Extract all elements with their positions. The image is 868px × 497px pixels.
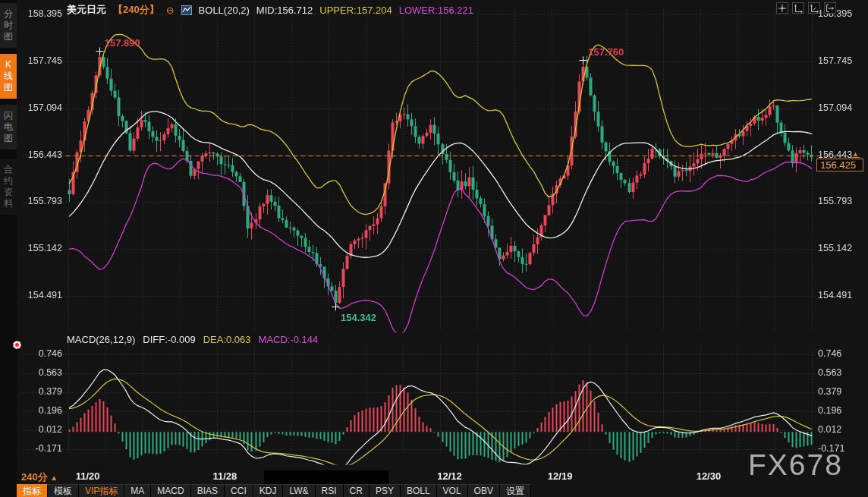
macd-axis-label-left: -0.171 <box>18 443 62 454</box>
tab-0-指标[interactable]: 指标 <box>17 484 48 497</box>
y-axis-label-left: 158.395 <box>18 8 62 19</box>
price-annotation: 157.760 <box>588 46 624 58</box>
period-selector[interactable]: 240分 ▲ <box>21 470 58 484</box>
y-axis-label-left: 157.094 <box>18 102 62 113</box>
sidebar-item-kline-chart[interactable]: K线图 <box>0 54 17 99</box>
sidebar: 分时图 K线图 闪电图 合约资料 <box>0 0 17 497</box>
tab-9-RSI[interactable]: RSI <box>316 484 344 497</box>
chart-header: 美元日元 【240分】 ⊖ BOLL(20,2) MID:156.712 UPP… <box>67 3 473 17</box>
trading-app: { "header": { "symbol": "美元日元", "period"… <box>0 0 868 497</box>
macd-axis-label-left: 0.563 <box>18 367 62 378</box>
tab-10-CR[interactable]: CR <box>344 484 370 497</box>
expand-arrow-icon: ▲ <box>50 473 58 482</box>
tab-6-CCI[interactable]: CCI <box>225 484 253 497</box>
boll-upper-value: UPPER:157.204 <box>319 5 392 16</box>
y-axis-label-left: 155.142 <box>18 243 62 253</box>
chart-toolbar <box>776 2 836 14</box>
price-annotation: 154.342 <box>341 312 376 323</box>
boll-lower-value: LOWER:156.221 <box>399 5 473 16</box>
y-axis-label-right: 155.793 <box>818 196 852 206</box>
sidebar-item-contract-info[interactable]: 合约资料 <box>0 159 17 215</box>
macd-axis-label-right: -0.171 <box>818 443 844 454</box>
bottom-tab-bar: 指标模板VIP指标MAMACDBIASCCIKDJLW&RSICRPSYBOLL… <box>17 484 531 497</box>
y-axis-label-left: 157.745 <box>18 55 62 66</box>
y-axis-label-right: 157.094 <box>818 102 852 113</box>
boll-mid-value: MID:156.712 <box>256 5 313 16</box>
price-annotation: 157.890 <box>105 37 140 49</box>
y-axis-label-right: 154.491 <box>818 290 852 300</box>
y-axis-label-right: 157.745 <box>818 55 852 66</box>
zoom-axes-icon[interactable] <box>792 2 804 14</box>
tab-14-OBV[interactable]: OBV <box>468 484 500 497</box>
macd-axis-label-left: 0.196 <box>18 405 62 416</box>
macd-header: MACD(26,12,9) DIFF:-0.009 DEA:0.063 MACD… <box>67 334 318 345</box>
tab-8-LW&[interactable]: LW& <box>283 484 315 497</box>
tab-1-模板[interactable]: 模板 <box>48 484 79 497</box>
period-badge[interactable]: 【240分】 <box>113 3 159 17</box>
chart-type-icon[interactable] <box>181 5 192 15</box>
macd-axis-label-right: 0.379 <box>818 386 841 397</box>
crosshair-icon[interactable] <box>776 2 788 14</box>
macd-axis-label-right: 0.563 <box>818 367 841 378</box>
y-axis-label-left: 154.491 <box>18 290 62 300</box>
macd-axis-label-left: 0.012 <box>18 424 62 435</box>
price-alert-icon[interactable]: ▲ <box>851 151 860 158</box>
macd-dea-value: DEA:0.063 <box>203 334 251 345</box>
macd-indicator-icon[interactable] <box>13 341 21 349</box>
symbol-title: 美元日元 <box>67 3 106 17</box>
tab-2-VIP指标[interactable]: VIP指标 <box>79 484 124 497</box>
x-axis-date-label: 11/20 <box>67 470 109 482</box>
macd-axis-label-right: 0.196 <box>818 405 841 416</box>
macd-axis-label-right: 0.012 <box>818 424 841 435</box>
x-axis-date-label: 12/19 <box>539 470 581 482</box>
exit-fullscreen-icon[interactable] <box>824 2 836 14</box>
tab-12-BOLL[interactable]: BOLL <box>401 484 437 497</box>
tab-7-KDJ[interactable]: KDJ <box>253 484 284 497</box>
tab-3-MA[interactable]: MA <box>124 484 151 497</box>
scale-axes-icon[interactable] <box>808 2 820 14</box>
x-axis-date-label: 12/12 <box>429 470 471 482</box>
tab-11-PSY[interactable]: PSY <box>370 484 401 497</box>
x-axis-date-label: 11/28 <box>203 470 246 482</box>
x-axis-date-label: 12/30 <box>687 470 730 482</box>
sidebar-item-flash-chart[interactable]: 闪电图 <box>0 105 17 149</box>
current-price-tag: 156.425 <box>816 159 863 171</box>
boll-settings-label: BOLL(20,2) <box>199 5 250 16</box>
y-axis-label-left: 155.793 <box>18 196 62 206</box>
zoom-out-icon[interactable]: ⊖ <box>166 5 175 15</box>
period-text: 240分 <box>21 471 48 483</box>
tab-4-MACD[interactable]: MACD <box>151 484 190 497</box>
macd-hist-value: MACD:-0.144 <box>259 334 319 345</box>
blackout-box <box>264 470 388 485</box>
macd-diff-value: DIFF:-0.009 <box>143 334 195 345</box>
chart-canvas[interactable] <box>0 0 868 497</box>
sidebar-item-time-chart[interactable]: 分时图 <box>0 3 17 48</box>
macd-axis-label-left: 0.379 <box>18 386 62 397</box>
tab-5-BIAS[interactable]: BIAS <box>191 484 225 497</box>
tab-15-设置[interactable]: 设置 <box>500 484 531 497</box>
macd-axis-label-right: 0.746 <box>818 348 841 359</box>
macd-settings-label: MACD(26,12,9) <box>67 334 135 345</box>
y-axis-label-left: 156.443 <box>18 149 62 160</box>
macd-axis-label-left: 0.746 <box>18 348 62 359</box>
y-axis-label-right: 155.142 <box>818 243 852 253</box>
tab-13-VOL[interactable]: VOL <box>437 484 468 497</box>
